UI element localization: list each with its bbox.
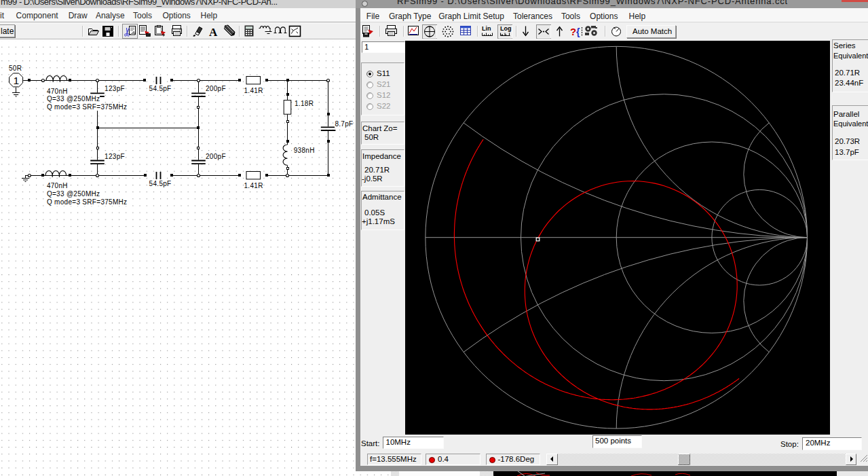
svg-text:Log: Log	[500, 25, 512, 32]
svg-text:1: 1	[13, 75, 19, 86]
svg-text:Lin: Lin	[482, 25, 491, 32]
svg-text:{: {	[576, 26, 580, 37]
svg-text:?: ?	[570, 26, 576, 37]
